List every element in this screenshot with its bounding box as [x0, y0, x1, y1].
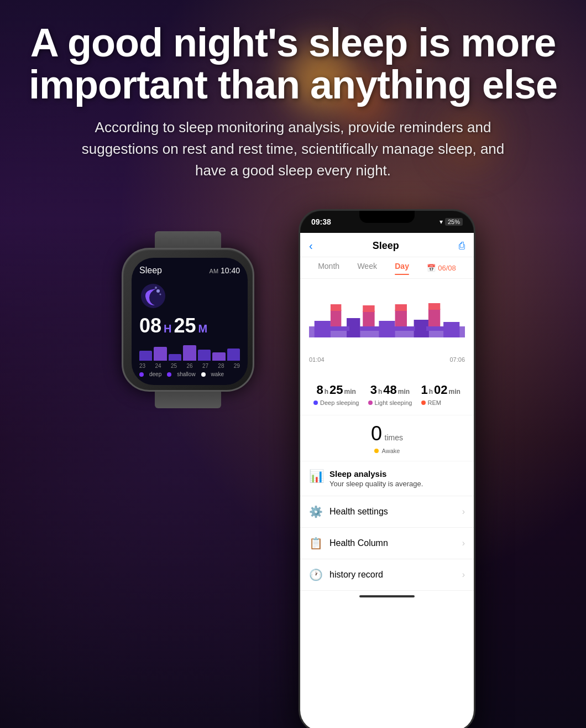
- health-column-label: Health Column: [329, 538, 388, 548]
- tab-day[interactable]: Day: [395, 262, 409, 274]
- history-icon: 🕐: [309, 568, 323, 581]
- watch-bar: [154, 347, 166, 361]
- svg-rect-16: [428, 309, 440, 326]
- watch-numbers: 23 24 25 26 27 28 29: [139, 363, 240, 369]
- hero-section: A good night's sleep is more important t…: [0, 0, 586, 193]
- health-settings-item[interactable]: ⚙️ Health settings ›: [300, 496, 474, 528]
- calendar-icon: 📅: [427, 264, 436, 272]
- hero-title: A good night's sleep is more important t…: [17, 22, 569, 106]
- phone-status-bar: 09:38 ▾ 25%: [300, 211, 474, 233]
- watch-screen: Sleep AM 10:40: [132, 258, 248, 385]
- share-button[interactable]: ⎙: [459, 240, 465, 252]
- analysis-desc: Your sleep quality is average.: [329, 480, 423, 488]
- smartwatch: Sleep AM 10:40: [111, 231, 265, 408]
- stat-rem: 1 h 02 min REM: [421, 383, 461, 406]
- tab-month[interactable]: Month: [318, 262, 339, 274]
- moon-icon: [139, 282, 167, 310]
- svg-point-2: [155, 287, 157, 289]
- devices-section: Sleep AM 10:40: [0, 193, 586, 728]
- watch-container: Sleep AM 10:40: [111, 231, 265, 408]
- svg-rect-10: [331, 310, 341, 326]
- awake-value: 0: [371, 422, 382, 445]
- awake-label: Awake: [382, 448, 400, 454]
- svg-rect-18: [325, 326, 349, 331]
- deep-sleep-dot: [313, 401, 318, 405]
- chart-end-time: 07:06: [449, 356, 465, 363]
- svg-rect-11: [331, 304, 341, 311]
- svg-rect-13: [363, 305, 374, 312]
- phone-container: 09:38 ▾ 25% ‹ Sleep ⎙: [299, 209, 475, 728]
- svg-rect-21: [426, 326, 447, 331]
- watch-bar: [227, 349, 240, 361]
- chevron-right-icon-3: ›: [462, 570, 465, 580]
- stat-deep-sleeping: 8 h 25 min Deep sleeping: [313, 383, 359, 406]
- phone-notch: [359, 211, 415, 223]
- stat-light-value: 3 h 48 min: [368, 383, 412, 397]
- history-record-label: history record: [329, 570, 383, 580]
- watch-chart-bars: [139, 344, 240, 361]
- watch-chart: 23 24 25 26 27 28 29 deep: [139, 344, 240, 379]
- deep-dot: [139, 372, 144, 377]
- sleep-chart-svg: [309, 288, 465, 354]
- watch-button: [253, 288, 254, 310]
- watch-sleep-label: Sleep: [139, 266, 162, 275]
- watch-body: Sleep AM 10:40: [122, 248, 254, 392]
- history-record-item[interactable]: 🕐 history record ›: [300, 559, 474, 591]
- sleep-analysis: 📊 Sleep analysis Your sleep quality is a…: [300, 461, 474, 496]
- phone-time: 09:38: [311, 217, 331, 226]
- awake-section: 0 times Awake: [300, 415, 474, 461]
- chart-times: 01:04 07:06: [309, 354, 465, 365]
- stat-deep-value: 8 h 25 min: [313, 383, 359, 397]
- watch-band-top: [155, 231, 221, 248]
- app-title: Sleep: [373, 240, 399, 252]
- svg-rect-14: [395, 310, 407, 326]
- watch-bar: [139, 351, 152, 361]
- smartphone: 09:38 ▾ 25% ‹ Sleep ⎙: [299, 209, 475, 728]
- shallow-dot: [167, 372, 171, 377]
- hero-subtitle: According to sleep monitoring analysis, …: [72, 117, 514, 181]
- rem-dot: [421, 401, 426, 405]
- date-badge[interactable]: 📅 06/08: [427, 262, 456, 274]
- watch-bar: [169, 354, 181, 361]
- sleep-stats: 8 h 25 min Deep sleeping: [300, 374, 474, 415]
- svg-point-3: [160, 294, 161, 295]
- chart-start-time: 01:04: [309, 356, 325, 363]
- chevron-right-icon: ›: [462, 507, 465, 517]
- analysis-icon: 📊: [309, 469, 324, 483]
- watch-legend: deep shallow wake: [139, 371, 240, 377]
- column-icon: 📋: [309, 537, 323, 550]
- svg-rect-12: [363, 311, 374, 326]
- svg-rect-15: [395, 304, 407, 311]
- back-button[interactable]: ‹: [309, 240, 313, 252]
- phone-screen: ‹ Sleep ⎙ Month Week Day 📅 06/08: [300, 233, 474, 728]
- watch-time-display: AM 10:40: [210, 266, 240, 275]
- stat-light-sleeping: 3 h 48 min Light sleeping: [368, 383, 412, 406]
- battery-badge: 25%: [445, 218, 463, 226]
- svg-point-0: [141, 284, 165, 308]
- svg-rect-17: [428, 303, 440, 310]
- wifi-icon: ▾: [440, 218, 443, 226]
- light-sleep-dot: [368, 401, 373, 405]
- watch-bar: [198, 350, 211, 361]
- svg-rect-19: [360, 326, 381, 331]
- awake-unit: times: [385, 433, 403, 442]
- watch-band-bottom: [155, 392, 221, 408]
- sleep-chart: 01:04 07:06: [300, 279, 474, 374]
- settings-icon: ⚙️: [309, 505, 323, 518]
- svg-rect-20: [393, 326, 415, 331]
- phone-status-icons: ▾ 25%: [440, 218, 463, 226]
- app-tabs: Month Week Day 📅 06/08: [300, 257, 474, 279]
- app-header: ‹ Sleep ⎙: [300, 233, 474, 257]
- home-indicator: [359, 595, 415, 597]
- health-column-item[interactable]: 📋 Health Column ›: [300, 528, 474, 559]
- awake-dot: [374, 449, 379, 453]
- health-settings-label: Health settings: [329, 507, 388, 517]
- tab-week[interactable]: Week: [357, 262, 377, 274]
- chart-area: [309, 288, 465, 354]
- watch-header: Sleep AM 10:40: [139, 266, 240, 275]
- watch-bar: [212, 352, 225, 361]
- main-content: A good night's sleep is more important t…: [0, 0, 586, 728]
- watch-bar: [183, 345, 196, 361]
- analysis-title: Sleep analysis: [329, 469, 423, 479]
- watch-duration: 08 H 25 M: [139, 314, 240, 337]
